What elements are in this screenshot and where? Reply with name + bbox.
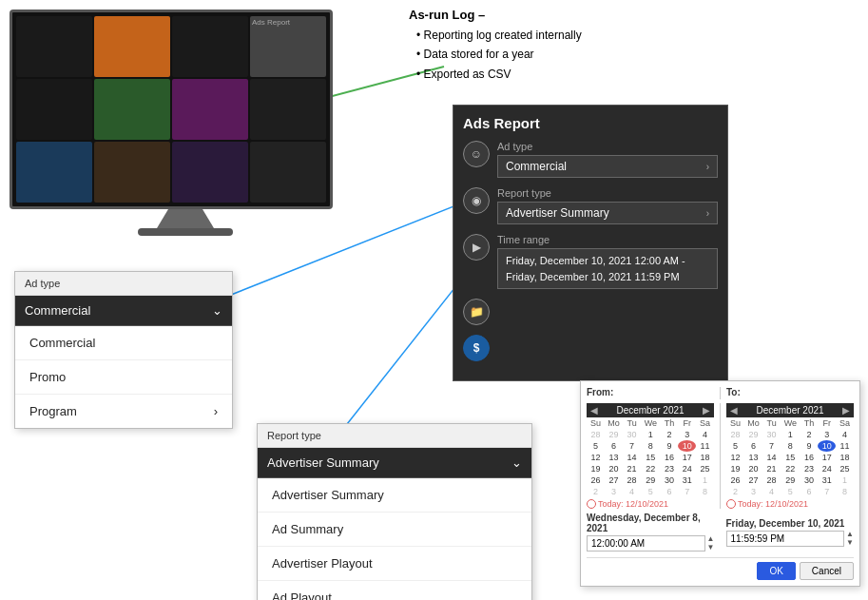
cal-day[interactable]: 1 [696, 474, 714, 486]
adtype-popup-selected[interactable]: Commercial ⌄ [15, 296, 232, 326]
cal-day[interactable]: 30 [800, 474, 819, 486]
adtype-field[interactable]: Ad type Commercial › [497, 141, 718, 178]
cal-day[interactable]: 28 [726, 429, 744, 440]
cal-day[interactable]: 26 [726, 474, 744, 486]
cal-day[interactable]: 22 [781, 463, 800, 474]
cal-day[interactable]: 27 [605, 474, 623, 486]
cal-day[interactable]: 19 [587, 463, 605, 474]
cal-day[interactable]: 1 [836, 474, 854, 486]
cal-day[interactable]: 9 [661, 440, 679, 452]
cal-day[interactable]: 24 [678, 463, 696, 474]
from-time-up[interactable]: ▲ [707, 535, 715, 543]
reporttype-option-ad-playout[interactable]: Ad Playout [258, 581, 531, 600]
reporttype-option-ad-summary[interactable]: Ad Summary [258, 513, 531, 547]
cal-day[interactable]: 9 [800, 440, 819, 452]
cal-day[interactable]: 25 [836, 463, 854, 474]
cal-day[interactable]: 5 [726, 440, 744, 452]
cal-day[interactable]: 11 [836, 440, 854, 452]
cal-day[interactable]: 3 [818, 429, 836, 440]
cal-day[interactable]: 7 [818, 486, 836, 497]
cal-day[interactable]: 23 [661, 463, 679, 474]
cal-day[interactable]: 2 [587, 486, 605, 497]
adtype-value[interactable]: Commercial › [497, 155, 718, 178]
from-time-arrows[interactable]: ▲ ▼ [707, 535, 715, 552]
from-time-input[interactable]: 12:00:00 AM [587, 535, 705, 552]
cal-day[interactable]: 2 [726, 486, 744, 497]
to-time-input[interactable]: 11:59:59 PM [726, 531, 845, 547]
reporttype-option-advertiser-summary[interactable]: Advertiser Summary [258, 478, 531, 513]
cal-day[interactable]: 13 [744, 452, 762, 463]
cal-day[interactable]: 20 [605, 463, 623, 474]
cal-day[interactable]: 7 [623, 440, 641, 452]
from-prev-btn[interactable]: ◀ [590, 405, 598, 416]
cal-day[interactable]: 7 [762, 440, 781, 452]
cal-day[interactable]: 29 [641, 474, 661, 486]
cal-day[interactable]: 29 [605, 429, 623, 440]
cal-day[interactable]: 8 [836, 486, 854, 497]
cal-day[interactable]: 5 [641, 486, 661, 497]
cal-day-selected-from[interactable]: 10 [678, 440, 696, 452]
adtype-dropdown-popup[interactable]: Ad type Commercial ⌄ Commercial Promo Pr… [14, 271, 233, 429]
from-time-down[interactable]: ▼ [707, 544, 715, 552]
cal-day[interactable]: 23 [800, 463, 819, 474]
cal-day[interactable]: 31 [818, 474, 836, 486]
cal-day[interactable]: 8 [696, 486, 714, 497]
cal-day[interactable]: 2 [800, 429, 819, 440]
cal-day[interactable]: 16 [800, 452, 819, 463]
cal-day[interactable]: 14 [623, 452, 641, 463]
cal-day[interactable]: 15 [781, 452, 800, 463]
cal-day[interactable]: 29 [744, 429, 762, 440]
cal-day[interactable]: 31 [678, 474, 696, 486]
cal-day[interactable]: 22 [641, 463, 661, 474]
cal-day[interactable]: 14 [762, 452, 781, 463]
cal-day[interactable]: 15 [641, 452, 661, 463]
cal-day[interactable]: 25 [696, 463, 714, 474]
cal-day[interactable]: 30 [661, 474, 679, 486]
cal-day[interactable]: 8 [781, 440, 800, 452]
cal-day[interactable]: 30 [623, 429, 641, 440]
cal-day[interactable]: 4 [696, 429, 714, 440]
to-next-btn[interactable]: ▶ [842, 405, 850, 416]
cal-day[interactable]: 1 [781, 429, 800, 440]
cancel-button[interactable]: Cancel [800, 562, 854, 580]
calendar-popup[interactable]: From: To: ◀ December 2021 ▶ Su Mo Tu We [580, 380, 860, 587]
cal-day[interactable]: 18 [836, 452, 854, 463]
cal-day[interactable]: 3 [678, 429, 696, 440]
cal-day[interactable]: 20 [744, 463, 762, 474]
cal-day[interactable]: 4 [836, 429, 854, 440]
to-prev-btn[interactable]: ◀ [730, 405, 738, 416]
cal-day[interactable]: 24 [818, 463, 836, 474]
cal-day[interactable]: 13 [605, 452, 623, 463]
cal-day[interactable]: 5 [587, 440, 605, 452]
reporttype-value[interactable]: Advertiser Summary › [497, 202, 718, 224]
cal-day-selected-to[interactable]: 10 [818, 440, 836, 452]
cal-day[interactable]: 21 [762, 463, 781, 474]
cal-day[interactable]: 6 [605, 440, 623, 452]
reporttype-option-advertiser-playout[interactable]: Advertiser Playout [258, 547, 531, 581]
cal-day[interactable]: 28 [762, 474, 781, 486]
adtype-option-program[interactable]: Program › [15, 395, 232, 428]
cal-day[interactable]: 5 [781, 486, 800, 497]
reporttype-field[interactable]: Report type Advertiser Summary › [497, 187, 718, 224]
to-time-down[interactable]: ▼ [846, 539, 854, 547]
ok-button[interactable]: OK [757, 562, 795, 580]
cal-day[interactable]: 6 [661, 486, 679, 497]
cal-day[interactable]: 16 [661, 452, 679, 463]
cal-day[interactable]: 17 [678, 452, 696, 463]
cal-day[interactable]: 28 [623, 474, 641, 486]
cal-day[interactable]: 12 [726, 452, 744, 463]
cal-day[interactable]: 2 [661, 429, 679, 440]
adtype-option-commercial[interactable]: Commercial [15, 326, 232, 360]
to-time-arrows[interactable]: ▲ ▼ [846, 531, 854, 547]
cal-day[interactable]: 27 [744, 474, 762, 486]
reporttype-popup-selected[interactable]: Advertiser Summary ⌄ [258, 448, 531, 478]
adtype-option-promo[interactable]: Promo [15, 360, 232, 395]
cal-day[interactable]: 29 [781, 474, 800, 486]
cal-day[interactable]: 11 [696, 440, 714, 452]
cal-day[interactable]: 6 [800, 486, 819, 497]
cal-day[interactable]: 4 [762, 486, 781, 497]
cal-day[interactable]: 3 [744, 486, 762, 497]
cal-day[interactable]: 12 [587, 452, 605, 463]
cal-day[interactable]: 4 [623, 486, 641, 497]
cal-day[interactable]: 1 [641, 429, 661, 440]
